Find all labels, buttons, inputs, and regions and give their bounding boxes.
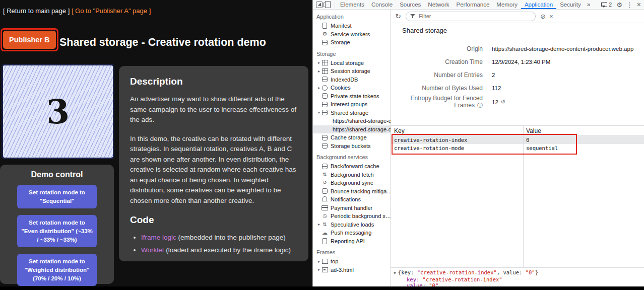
chevron-right-icon[interactable]: ▸	[316, 222, 321, 227]
sidebar-item-payment-handler[interactable]: Payment handler	[313, 204, 391, 212]
table-icon	[321, 59, 328, 66]
rotation-mode-button-0[interactable]: Set rotation mode to "Sequential"	[17, 185, 97, 208]
sidebar-item-background-sync[interactable]: Background sync	[313, 179, 391, 187]
preview-token: }	[535, 269, 538, 275]
sidebar-item-push-messaging[interactable]: Push messaging	[313, 229, 391, 237]
metadata-label: Entropy Budget for Fenced Framesⓘ	[391, 95, 483, 109]
sidebar-item-bounce-tracking-mitiga[interactable]: Bounce tracking mitiga…	[313, 187, 391, 196]
tab-security[interactable]: Security	[556, 0, 585, 9]
tab-memory[interactable]: Memory	[493, 0, 521, 9]
close-devtools-icon[interactable]: ×	[637, 1, 641, 9]
sidebar-item-label: Session storage	[331, 68, 370, 74]
devtools-main-panel: ↻ ⊘ × Shared storage Originhttps://share…	[391, 10, 644, 290]
sidebar-item-label: Bounce tracking mitiga…	[331, 188, 391, 194]
inspect-element-icon[interactable]	[316, 2, 323, 8]
more-options-icon[interactable]: ⋮	[626, 1, 633, 9]
metadata-label: Number of Entries	[391, 71, 483, 79]
publisher-a-page-link[interactable]: [ Go to "Publisher A" page ]	[72, 7, 151, 15]
sidebar-item-label: Notifications	[331, 196, 361, 202]
service-workers-icon	[321, 31, 328, 37]
sidebar-item-label: Cache storage	[331, 134, 367, 140]
device-toolbar-icon[interactable]	[325, 1, 331, 8]
description-panel: Description An advertiser may want to sh…	[119, 66, 308, 261]
chevron-right-icon[interactable]: ▸	[316, 60, 321, 65]
console-messages-button[interactable]: 2	[601, 2, 612, 8]
sidebar-item-storage-buckets[interactable]: Storage buckets	[313, 142, 391, 151]
rotation-mode-button-2[interactable]: Set rotation mode to "Weighted distribut…	[17, 254, 97, 286]
metadata-value: 2	[492, 72, 495, 78]
chevron-right-icon[interactable]: ▸	[316, 69, 321, 74]
sidebar-item-background-fetch[interactable]: Background fetch	[313, 171, 391, 179]
preview-summary-parts: {key: "creative-rotation-index", value: …	[398, 269, 538, 276]
sidebar-item-cache-storage[interactable]: Cache storage	[313, 133, 391, 142]
sidebar-item-periodic-background-s[interactable]: Periodic background s…	[313, 212, 391, 221]
sidebar-item-session-storage[interactable]: ▸Session storage	[313, 67, 391, 76]
sidebar-item-top[interactable]: ▸top	[313, 257, 391, 266]
publisher-b-button[interactable]: Publisher B	[3, 31, 56, 49]
table-row-creative-rotation-mode[interactable]: creative-rotation-modesequential	[391, 144, 644, 152]
tab-performance[interactable]: Performance	[453, 0, 493, 9]
sidebar-item-service-workers[interactable]: Service workers	[313, 30, 391, 39]
sidebar-item-manifest[interactable]: Manifest	[313, 22, 391, 30]
sidebar-item-ad-3-html[interactable]: ▸ad-3.html	[313, 266, 391, 274]
delete-selected-icon[interactable]: ×	[549, 13, 553, 20]
tab-elements[interactable]: Elements	[337, 0, 368, 9]
sidebar-item-https-shared-storage-d[interactable]: https://shared-storage-d…	[313, 117, 391, 125]
sidebar-item-shared-storage[interactable]: ▾Shared storage	[313, 109, 391, 117]
tab-console[interactable]: Console	[368, 0, 396, 9]
delete-all-icon[interactable]: ⊘	[540, 13, 546, 20]
preview-property-key: key: "creative-rotation-index"	[407, 276, 644, 282]
return-main-page-link[interactable]: [ Return to main page ]	[3, 7, 70, 15]
reset-budget-icon[interactable]: ↺	[501, 99, 505, 105]
metadata-value: 12/9/2024, 1:23:40 PM	[492, 59, 550, 65]
refresh-icon[interactable]: ↻	[394, 12, 402, 20]
chevron-down-icon[interactable]: ▾	[316, 110, 321, 115]
code-link-iframe-logic[interactable]: Iframe logic	[141, 234, 176, 241]
more-tabs-button[interactable]: »	[585, 1, 593, 8]
code-bullet-text: (loaded and executed by the iframe logic…	[164, 246, 291, 254]
demo-control-title: Demo control	[0, 165, 114, 179]
info-icon[interactable]: ⓘ	[477, 102, 483, 108]
sidebar-item-local-storage[interactable]: ▸Local storage	[313, 59, 391, 67]
tab-sources[interactable]: Sources	[396, 0, 424, 9]
storage-toolbar: ↻ ⊘ ×	[391, 10, 644, 23]
filter-input[interactable]	[418, 13, 531, 20]
column-header-value[interactable]: Value	[523, 127, 644, 134]
expand-caret-icon[interactable]: ▼	[394, 270, 396, 276]
chevron-right-icon[interactable]: ▸	[316, 267, 321, 272]
devtools-tab-strip: ElementsConsoleSourcesNetworkPerformance…	[337, 0, 585, 9]
metadata-row-creation-time: Creation Time12/9/2024, 1:23:40 PM	[391, 55, 644, 68]
sidebar-item-label: top	[331, 258, 338, 264]
database-icon	[321, 39, 328, 46]
demo-control-buttons: Set rotation mode to "Sequential"Set rot…	[0, 185, 114, 286]
preview-token: "0"	[526, 269, 535, 275]
devtools-body: ApplicationManifestService workersStorag…	[313, 10, 644, 290]
settings-gear-icon[interactable]: ⚙	[616, 1, 622, 9]
sidebar-item-back-forward-cache[interactable]: Back/forward cache	[313, 162, 391, 171]
metadata-label: Number of Bytes Used	[391, 85, 483, 92]
tab-application[interactable]: Application	[521, 0, 556, 9]
sidebar-item-cookies[interactable]: ▸Cookies	[313, 84, 391, 92]
code-link-worklet[interactable]: Worklet	[141, 246, 164, 254]
table-cell-value: 0	[523, 137, 644, 143]
chevron-right-icon[interactable]: ▸	[316, 259, 321, 264]
sidebar-item-speculative-loads[interactable]: ▸Speculative loads	[313, 221, 391, 229]
database-icon	[321, 188, 328, 194]
sidebar-item-reporting-api[interactable]: Reporting API	[313, 237, 391, 246]
tab-network[interactable]: Network	[424, 0, 453, 9]
column-header-key[interactable]: Key	[391, 127, 523, 134]
chevron-right-icon[interactable]: ▸	[316, 86, 321, 90]
sidebar-item-notifications[interactable]: Notifications	[313, 195, 391, 204]
publisher-page: [ Return to main page ] [ Go to "Publish…	[0, 0, 312, 290]
sidebar-item-private-state-tokens[interactable]: Private state tokens	[313, 92, 391, 101]
rotation-mode-button-1[interactable]: Set rotation mode to "Even distribution"…	[17, 215, 97, 247]
sidebar-item-storage[interactable]: Storage	[313, 38, 391, 47]
storage-table-body: creative-rotation-index0creative-rotatio…	[391, 136, 644, 152]
devtools-panel: ElementsConsoleSourcesNetworkPerformance…	[312, 0, 644, 290]
table-row-creative-rotation-index[interactable]: creative-rotation-index0	[391, 136, 644, 144]
sidebar-item-label: IndexedDB	[331, 77, 358, 83]
demo-control-panel: Demo control Set rotation mode to "Seque…	[0, 165, 114, 284]
sidebar-item-indexeddb[interactable]: IndexedDB	[313, 76, 391, 84]
sidebar-item-interest-groups[interactable]: Interest groups	[313, 100, 391, 109]
sidebar-item-https-shared-storage-d[interactable]: https://shared-storage-d…	[313, 125, 391, 134]
